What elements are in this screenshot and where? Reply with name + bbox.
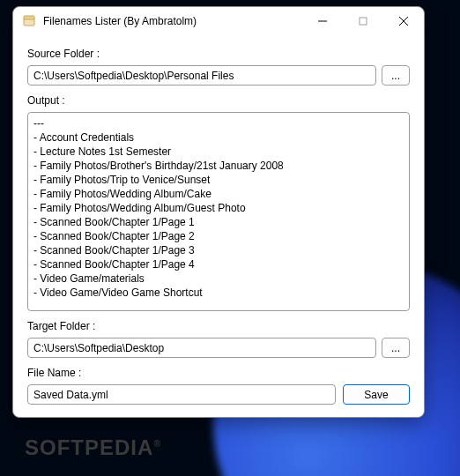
app-icon xyxy=(22,14,36,28)
source-folder-label: Source Folder : xyxy=(27,48,410,60)
file-name-label: File Name : xyxy=(27,367,410,379)
titlebar[interactable]: Filenames Lister (By Ambratolm) xyxy=(13,7,424,35)
window-body: Source Folder : ... Output : --- - Accou… xyxy=(13,35,424,417)
save-button[interactable]: Save xyxy=(343,384,410,405)
target-browse-button[interactable]: ... xyxy=(382,338,410,358)
maximize-button[interactable] xyxy=(343,7,383,35)
output-textarea[interactable]: --- - Account Credentials - Lecture Note… xyxy=(27,112,410,311)
window-title: Filenames Lister (By Ambratolm) xyxy=(43,15,302,27)
target-folder-input[interactable] xyxy=(27,338,376,358)
target-folder-row: ... xyxy=(27,338,410,358)
app-window: Filenames Lister (By Ambratolm) Source F… xyxy=(12,6,425,418)
source-browse-button[interactable]: ... xyxy=(382,65,410,86)
softpedia-watermark: SOFTPEDIA® xyxy=(25,435,161,460)
window-controls xyxy=(302,7,424,35)
close-button[interactable] xyxy=(383,7,424,35)
source-folder-row: ... xyxy=(27,65,410,86)
minimize-button[interactable] xyxy=(302,7,343,35)
output-label: Output : xyxy=(27,94,410,107)
file-name-row: Save xyxy=(27,384,410,405)
target-folder-label: Target Folder : xyxy=(27,320,410,332)
svg-rect-3 xyxy=(360,18,367,25)
svg-rect-1 xyxy=(24,16,34,19)
source-folder-input[interactable] xyxy=(27,65,376,86)
file-name-input[interactable] xyxy=(27,384,336,405)
